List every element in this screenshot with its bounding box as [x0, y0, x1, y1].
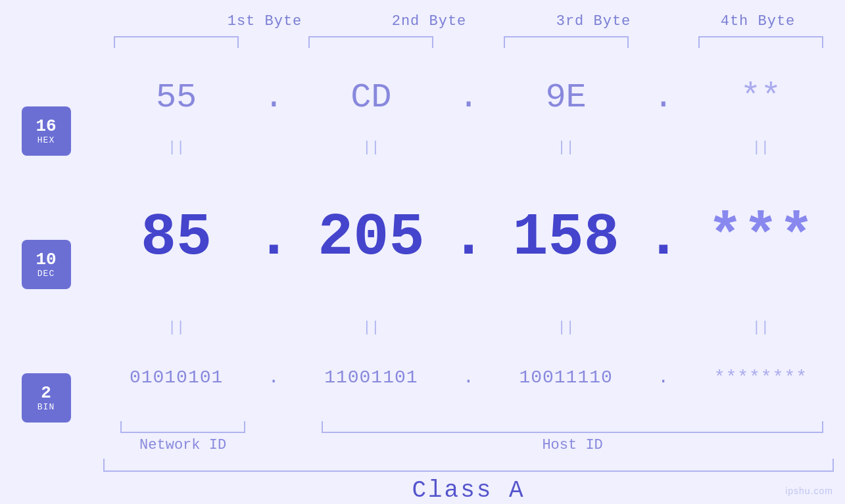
class-row: Class A — [92, 459, 845, 504]
dec-b2-cell: 205 — [287, 204, 455, 271]
eq1-b1: || — [92, 139, 260, 156]
hex-dot2: . — [456, 78, 482, 117]
main-container: 1st Byte 2nd Byte 3rd Byte 4th Byte 16 — [0, 0, 845, 504]
hex-b4: ** — [740, 78, 781, 117]
bin-b4: ******** — [714, 367, 808, 388]
dec-b1: 85 — [141, 204, 212, 271]
bin-badge: 2 BIN — [22, 373, 71, 423]
bin-dot2: . — [456, 367, 482, 388]
host-id-label: Host ID — [542, 437, 602, 453]
rows-area: 16 HEX 10 DEC 2 BIN 55 . — [0, 58, 845, 504]
dec-row: 85 . 205 . 158 . *** — [92, 158, 845, 318]
byte1-header: 1st Byte — [196, 13, 334, 30]
byte-headers: 1st Byte 2nd Byte 3rd Byte 4th Byte — [104, 13, 827, 30]
data-col: 55 . CD . 9E . ** — [92, 58, 845, 504]
hex-b1-cell: 55 — [92, 78, 260, 117]
bin-b1-cell: 01010101 — [92, 367, 260, 388]
eq1-b3: || — [482, 139, 650, 156]
byte2-header: 2nd Byte — [360, 13, 498, 30]
eq1-b4: || — [677, 139, 845, 156]
hex-b2: CD — [350, 78, 391, 117]
dec-b4: *** — [708, 204, 814, 271]
dec-b3-cell: 158 — [482, 204, 650, 271]
hex-dot3: . — [650, 78, 677, 117]
network-id-bracket: Network ID — [92, 421, 274, 453]
eq2-b1: || — [92, 319, 260, 336]
dec-b4-cell: *** — [677, 204, 845, 271]
dec-badge-number: 10 — [36, 250, 56, 269]
eq1-b2: || — [287, 139, 455, 156]
hex-b3-cell: 9E — [482, 78, 650, 117]
host-id-bracket: Host ID — [300, 421, 845, 453]
bin-b2: 11001101 — [324, 367, 418, 388]
bin-b4-cell: ******** — [677, 367, 845, 388]
dec-b2: 205 — [318, 204, 424, 271]
bin-row: 01010101 . 11001101 . 10011110 . — [92, 337, 845, 417]
top-brackets — [92, 36, 845, 48]
bin-badge-label: BIN — [37, 402, 55, 412]
bin-dot3: . — [650, 367, 677, 388]
dec-dot2: . — [456, 204, 482, 271]
hex-row: 55 . CD . 9E . ** — [92, 58, 845, 138]
hex-b3: 9E — [545, 78, 586, 117]
hex-badge-label: HEX — [37, 135, 55, 145]
dec-b1-cell: 85 — [92, 204, 260, 271]
bin-b1: 01010101 — [130, 367, 223, 388]
dec-dot1: . — [260, 204, 287, 271]
hex-b1: 55 — [156, 78, 197, 117]
hex-b4-cell: ** — [677, 78, 845, 117]
eq2-b3: || — [482, 319, 650, 336]
hex-badge: 16 HEX — [22, 106, 71, 156]
class-label: Class A — [412, 477, 525, 504]
bottom-brackets-row: Network ID Host ID — [92, 421, 845, 453]
equals-row-2: || || || || — [92, 317, 845, 337]
badges-col: 16 HEX 10 DEC 2 BIN — [0, 58, 92, 504]
dec-b3: 158 — [513, 204, 619, 271]
dec-badge: 10 DEC — [22, 240, 71, 289]
bin-b2-cell: 11001101 — [287, 367, 455, 388]
bin-badge-number: 2 — [41, 384, 51, 403]
hex-badge-number: 16 — [36, 117, 56, 136]
bin-b3: 10011110 — [519, 367, 612, 388]
hex-dot1: . — [260, 78, 287, 117]
eq2-b4: || — [677, 319, 845, 336]
hex-b2-cell: CD — [287, 78, 455, 117]
equals-row-1: || || || || — [92, 138, 845, 158]
byte3-header: 3rd Byte — [525, 13, 663, 30]
bin-b3-cell: 10011110 — [482, 367, 650, 388]
byte4-header: 4th Byte — [689, 13, 827, 30]
dec-badge-label: DEC — [37, 269, 55, 279]
eq2-b2: || — [287, 319, 455, 336]
dec-dot3: . — [650, 204, 677, 271]
watermark: ipshu.com — [785, 486, 833, 496]
bin-dot1: . — [260, 367, 287, 388]
network-id-label: Network ID — [139, 437, 226, 453]
